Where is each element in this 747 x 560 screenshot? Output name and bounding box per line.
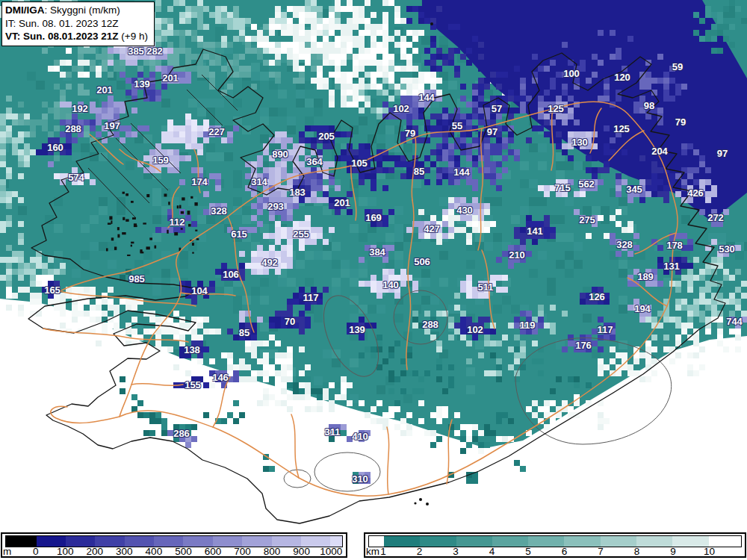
valid-time: VT: Sun. 08.01.2023 21Z (+9 h) [5, 30, 148, 43]
colorbar-segment [601, 536, 636, 547]
colorbar-segment [330, 536, 342, 547]
colorbar-tick: 5 [525, 546, 531, 557]
map-info-box: DMI/IGA: Skyggni (m/km) IT: Sun. 08. 01.… [1, 1, 155, 46]
colorbar-tick: 600 [205, 546, 222, 557]
colorbar-tick: 100 [57, 546, 74, 557]
colorbar-segment [6, 536, 37, 547]
colorbar-segment [37, 536, 66, 547]
colorbar-segment [456, 536, 492, 547]
colorbar-tick: 7 [598, 546, 604, 557]
colorbar-segment [242, 536, 271, 547]
colorbar-meters-ticks: 01002003004005006007008009001000 [5, 546, 343, 557]
colorbar-tick: 6 [562, 546, 568, 557]
map-product-title: DMI/IGA: Skyggni (m/km) [5, 4, 148, 17]
colorbar-segment [384, 536, 420, 547]
colorbar-segment [213, 536, 242, 547]
colorbar-km-ticks: 12345678910 [368, 546, 742, 557]
colorbar-tick: 800 [264, 546, 281, 557]
colorbar-segment [528, 536, 564, 547]
colorbar-tick: 3 [453, 546, 459, 557]
colorbar-segment [672, 536, 708, 547]
colorbar-tick: 200 [87, 546, 104, 557]
colorbar-segment [709, 536, 741, 547]
colorbar-tick: 10 [704, 546, 715, 557]
colorbar-segment [95, 536, 124, 547]
colorbar-segment [301, 536, 330, 547]
colorbar-tick: 2 [417, 546, 423, 557]
colorbar-segment [492, 536, 528, 547]
colorbar-tick: 0 [33, 546, 39, 557]
colorbar-tick: 9 [670, 546, 676, 557]
colorbar-km: km 12345678910 [364, 532, 746, 558]
colorbar-segment [272, 536, 301, 547]
map-canvas [0, 0, 747, 560]
colorbar-tick: 1 [380, 546, 386, 557]
colorbar-tick: 4 [489, 546, 495, 557]
colorbar-segment [369, 536, 384, 547]
colorbar-segment [636, 536, 672, 547]
colorbar-tick: 400 [146, 546, 163, 557]
colorbar-meters: m 01002003004005006007008009001000 [1, 532, 347, 558]
colorbar-segment [154, 536, 183, 547]
colorbar-tick: 300 [116, 546, 133, 557]
colorbar-tick: 900 [293, 546, 310, 557]
colorbar-tick: 1000 [320, 546, 342, 557]
colorbar-tick: 8 [634, 546, 640, 557]
visibility-map: 3852822011392011922881971602275741591741… [0, 0, 747, 560]
colorbar-segment [125, 536, 154, 547]
colorbar-tick: 700 [234, 546, 251, 557]
colorbar-segment [420, 536, 456, 547]
colorbar-segment [564, 536, 600, 547]
colorbar-segment [183, 536, 212, 547]
colorbar-segment [66, 536, 95, 547]
colorbar-tick: 500 [175, 546, 192, 557]
init-time: IT: Sun. 08. 01. 2023 12Z [5, 17, 148, 31]
